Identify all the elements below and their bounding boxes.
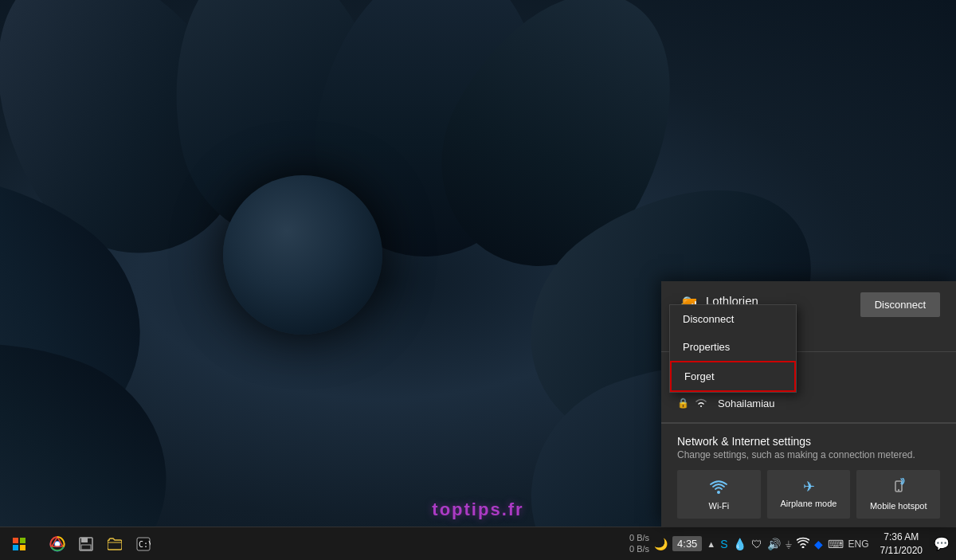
mobile-hotspot-quick-button[interactable]: Mobile hotspot [856,470,940,519]
date-display: 7/11/2020 [880,544,923,558]
watermark: toptips.fr [432,499,523,520]
disconnect-button[interactable]: Disconnect [860,292,940,317]
desktop: toptips.fr 🔒 📶 Lothlorien Connected, sec… [0,0,956,560]
airplane-quick-label: Airplane mode [781,499,837,508]
svg-point-11 [55,542,60,546]
svg-rect-8 [20,545,25,550]
night-mode-icon[interactable]: 🌙 [654,538,668,550]
keyboard-icon[interactable]: ⌨ [828,538,844,550]
svg-rect-7 [13,545,18,550]
security-icon[interactable]: 🛡 [751,538,762,550]
lock-icon: 🔒 [677,397,689,409]
focus-time-display[interactable]: 4:35 [672,536,702,551]
taskbar-icons: C:\ [38,531,163,557]
volume-icon[interactable]: 🔊 [767,538,781,550]
network-name-sohai: Sohailamiau [718,397,775,409]
airplane-quick-button[interactable]: ✈ Airplane mode [767,470,851,519]
terminal-icon[interactable]: C:\ [131,531,156,557]
time-display: 7:36 AM [880,531,923,544]
airplane-quick-icon: ✈ [803,478,815,495]
chrome-icon[interactable] [45,531,70,557]
svg-rect-13 [81,538,88,542]
clock-display[interactable]: 7:36 AM 7/11/2020 [874,529,929,559]
network-speed: 0 B/s0 B/s [629,533,649,554]
svg-rect-14 [81,545,91,550]
mobile-hotspot-quick-icon [890,478,907,498]
file-manager-icon[interactable] [73,531,99,557]
wifi-quick-label: Wi-Fi [709,501,730,511]
context-disconnect[interactable]: Disconnect [670,305,796,333]
context-properties[interactable]: Properties [670,333,796,361]
svg-text:C:\: C:\ [139,540,151,549]
svg-point-2 [717,491,720,494]
mobile-hotspot-quick-label: Mobile hotspot [870,501,927,511]
start-button[interactable] [0,527,38,561]
language-indicator[interactable]: ENG [848,538,869,550]
wifi-icon [694,395,708,411]
settings-title: Network & Internet settings [677,435,940,448]
wifi-quick-icon [710,478,727,498]
tray-chevron-icon[interactable]: ▲ [707,539,715,549]
svg-point-17 [801,546,804,548]
dropbox-icon[interactable]: ◆ [814,538,823,550]
skype-icon[interactable]: S [720,538,727,550]
context-forget[interactable]: Forget [670,361,796,392]
wifi-tray-icon[interactable] [797,537,809,551]
plant-center [223,175,382,335]
context-menu: Disconnect Properties Forget [669,304,797,393]
svg-rect-5 [13,538,18,543]
settings-section: Network & Internet settings Change setti… [661,423,956,527]
wifi-quick-button[interactable]: Wi-Fi [677,470,761,519]
quick-settings: Wi-Fi ✈ Airplane mode [677,470,940,519]
water-drop-icon[interactable]: 💧 [733,538,746,550]
notification-icon[interactable]: 💬 [934,536,950,551]
svg-rect-6 [20,538,25,543]
usb-icon[interactable]: ⏚ [786,538,792,550]
taskbar: C:\ 0 B/s0 B/s 🌙 4:35 ▲ S 💧 🛡 🔊 [0,527,956,560]
explorer-icon[interactable] [102,531,127,557]
settings-subtitle: Change settings, such as making a connec… [677,449,940,460]
taskbar-tray: 0 B/s0 B/s 🌙 4:35 ▲ S 💧 🛡 🔊 ⏚ [629,529,956,559]
